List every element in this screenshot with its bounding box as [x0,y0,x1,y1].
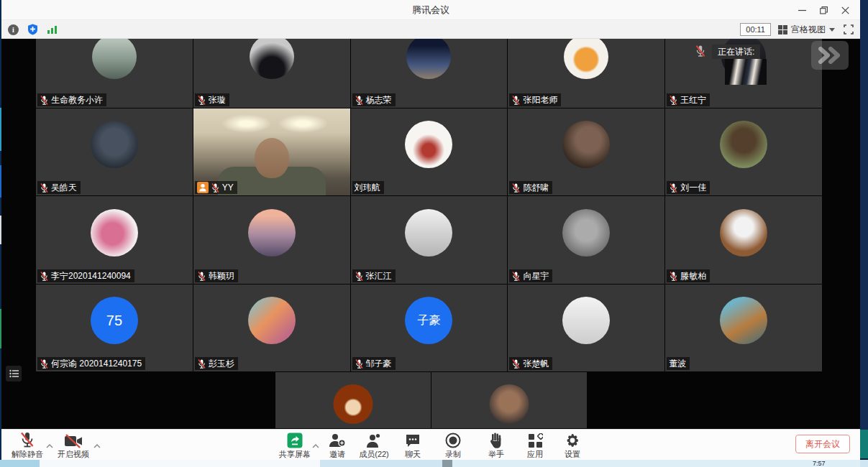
invite-person-icon [329,432,346,448]
fullscreen-button[interactable] [842,24,854,36]
participant-name: 张楚帆 [523,358,549,370]
mic-muted-icon [355,359,364,369]
participant-tile[interactable]: 陈舒啸 [508,108,664,195]
titlebar[interactable]: 腾讯会议 [1,0,860,20]
participant-tile[interactable]: 刘一佳 [665,108,822,195]
speaker-video-thumbnail [725,59,767,85]
share-screen-button[interactable]: 共享屏幕 [275,432,315,460]
participant-tile[interactable]: 子豪 邹子豪 [351,285,508,371]
chat-button[interactable]: 聊天 [393,432,433,460]
participant-name-tag: 张阳老师 [509,93,561,106]
restore-button[interactable] [813,1,834,19]
shield-icon [27,24,38,35]
participant-name-tag: 张璇 [195,93,229,106]
mic-muted-icon [511,271,521,282]
start-video-button[interactable]: 开启视频 [53,432,93,460]
view-mode-selector[interactable]: 宫格视图 [778,24,835,36]
participant-tile[interactable]: 李宁2020141240094 [36,196,193,284]
mic-muted-icon [669,271,678,282]
participant-name-tag: 邹子豪 [352,357,396,370]
network-signal-button[interactable] [46,24,58,36]
chat-label: 聊天 [405,449,421,460]
participant-tile[interactable]: 滕敏柏 [665,196,822,284]
apps-icon [528,432,543,448]
raise-hand-button[interactable]: 举手 [476,432,516,460]
participant-tile[interactable]: 杨志荣 [351,39,508,108]
participant-tile[interactable] [275,372,431,428]
settings-button[interactable]: 设置 [552,432,593,460]
participant-tile[interactable] [431,372,587,428]
participant-name: 生命教务小许 [51,94,103,106]
leave-meeting-button[interactable]: 离开会议 [795,435,850,453]
video-options-button[interactable] [93,438,101,451]
close-button[interactable] [834,1,856,19]
participant-name: 吴皓天 [51,182,77,194]
avatar [720,209,767,256]
participant-tile[interactable]: 董波 [665,285,822,371]
mic-muted-icon [511,95,521,106]
record-label: 录制 [445,449,461,460]
participant-name: YY [222,182,234,193]
avatar [248,209,296,256]
member-list-toggle[interactable] [6,366,22,382]
gear-icon [565,432,580,448]
apps-button[interactable]: 应用 [515,432,555,460]
taskbar-clock: 7:57 [813,460,826,467]
participant-tile[interactable]: 吴皓天 [36,108,193,195]
participant-name-tag: 何宗谕 2020141240175 [37,357,145,370]
view-mode-label: 宫格视图 [791,24,826,36]
avatar [405,121,452,168]
mic-options-button[interactable] [46,438,53,451]
participant-name-tag: 韩颖玥 [195,269,238,282]
mic-muted-icon [40,271,49,282]
avatar [489,384,529,424]
participant-tile[interactable]: 张楚帆 [508,285,664,371]
mic-muted-icon [511,182,521,193]
avatar [406,39,451,79]
mic-muted-icon [40,182,49,193]
grid-row: 75 何宗谕 2020141240175 彭玉杉子豪 邹子豪 张楚帆董波 [36,285,822,371]
participant-tile[interactable]: 韩颖玥 [193,196,350,284]
meeting-timer: 00:11 [740,23,771,36]
participant-tile[interactable]: 75 何宗谕 2020141240175 [36,285,193,371]
avatar [720,121,767,168]
meeting-info-button[interactable]: i [7,24,19,36]
grid-view-icon [778,25,787,34]
participant-name: 刘玮航 [355,182,380,194]
meeting-topbar: i 00:11 宫格视图 [1,20,860,39]
participant-tile[interactable]: 向星宇 [508,196,664,284]
minimize-button[interactable] [791,1,813,19]
participant-name-tag: 张楚帆 [509,357,552,370]
members-label: 成员(22) [359,449,389,460]
invite-button[interactable]: 邀请 [317,432,357,460]
avatar: 75 [91,297,138,344]
participant-tile[interactable]: 彭玉杉 [193,285,350,371]
participant-tile[interactable]: 张阳老师 [508,39,664,108]
unmute-button[interactable]: 解除静音 [7,432,47,460]
participant-tile[interactable]: 生命教务小许 [36,39,193,108]
participant-name-tag: 张汇江 [352,269,396,282]
participant-name: 张汇江 [366,270,392,282]
participant-name: 何宗谕 2020141240175 [51,358,142,370]
settings-label: 设置 [565,449,580,460]
participant-tile[interactable]: YY [193,108,350,195]
share-screen-icon [287,432,303,448]
security-button[interactable] [27,24,39,36]
participant-name-tag: 李宁2020141240094 [37,269,134,282]
record-button[interactable]: 录制 [433,432,473,460]
chevron-down-icon [829,28,835,32]
avatar [562,209,610,256]
members-button[interactable]: 成员(22) [354,432,394,460]
participant-name: 陈舒啸 [523,182,549,194]
participant-tile[interactable]: 张汇江 [351,196,508,284]
host-badge-icon [197,182,209,193]
participant-tile[interactable]: 刘玮航 [351,108,508,195]
participant-name: 滕敏柏 [680,270,706,282]
fullscreen-icon [844,24,854,34]
participant-name-tag: 刘一佳 [667,181,710,194]
participant-tile[interactable]: 张璇 [193,39,350,108]
speaking-indicator: 正在讲话: [712,45,760,59]
mic-muted-icon [19,432,35,448]
participant-grid: 生命教务小许 张璇 杨志荣 张阳老师 王红宁 吴皓天 [1,39,860,429]
participant-name: 韩颖玥 [209,270,234,282]
